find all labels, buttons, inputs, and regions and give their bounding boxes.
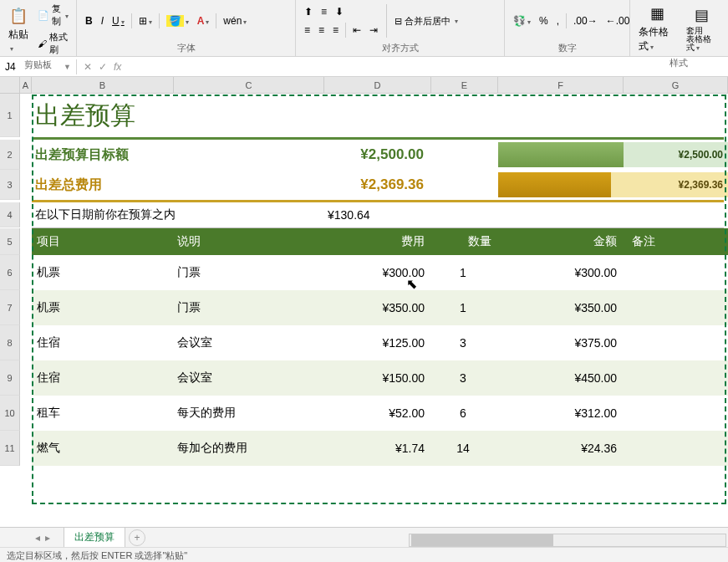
align-center-button[interactable]: ≡ — [315, 23, 328, 38]
sheet-tab-active[interactable]: 出差预算 — [64, 527, 125, 549]
horizontal-scrollbar[interactable] — [409, 534, 726, 547]
cell-amount[interactable]: ¥350.00 — [496, 301, 622, 314]
row-header[interactable]: 7 — [0, 290, 20, 325]
row-header[interactable]: 2 — [0, 140, 20, 170]
paste-button[interactable]: 📋 粘贴 — [5, 4, 32, 55]
total-bar-value: ¥2,369.36 — [611, 172, 728, 197]
row-header[interactable]: 3 — [0, 170, 20, 200]
italic-button[interactable]: I — [98, 13, 107, 28]
col-header[interactable]: D — [324, 77, 431, 93]
cell-desc[interactable]: 每天的费用 — [172, 406, 323, 421]
cell-amount[interactable]: ¥312.00 — [496, 406, 622, 420]
enter-icon[interactable]: ✓ — [99, 61, 107, 73]
indent-dec-button[interactable]: ⇤ — [349, 23, 364, 38]
cell-desc[interactable]: 会议室 — [172, 370, 323, 386]
cell-cost[interactable]: ¥125.00 — [323, 336, 430, 350]
tab-nav-prev[interactable]: ◂ — [35, 532, 40, 544]
col-header[interactable]: G — [624, 77, 728, 93]
align-middle-button[interactable]: ≡ — [318, 4, 330, 19]
cell-item[interactable]: 租车 — [32, 406, 172, 421]
align-left-button[interactable]: ≡ — [301, 23, 313, 38]
cell-amount[interactable]: ¥375.00 — [496, 336, 622, 350]
align-top-button[interactable]: ⬆ — [301, 4, 316, 19]
cell-cost[interactable]: ¥150.00 — [323, 371, 430, 385]
cell-qty[interactable]: 3 — [430, 336, 496, 350]
fx-icon[interactable]: fx — [114, 61, 121, 73]
font-color-button[interactable]: A — [194, 13, 213, 28]
cell-amount[interactable]: ¥300.00 — [496, 266, 622, 279]
cell-item[interactable]: 住宿 — [32, 370, 172, 386]
cell-qty[interactable]: 3 — [430, 371, 496, 385]
merge-center-button[interactable]: ⊟合并后居中 — [392, 14, 461, 28]
col-header[interactable]: E — [431, 77, 498, 93]
th-cost: 费用 — [323, 234, 430, 249]
cell-item[interactable]: 燃气 — [32, 441, 172, 456]
row-header[interactable]: 4 — [0, 202, 20, 227]
cell-qty[interactable]: 14 — [430, 442, 496, 455]
currency-button[interactable]: 💱 — [510, 13, 534, 28]
cell-qty[interactable]: 1 — [430, 266, 496, 279]
border-button[interactable]: ⊞ — [135, 13, 155, 28]
cond-format-label: 条件格式 — [639, 25, 676, 54]
row-header[interactable]: 5 — [0, 228, 20, 255]
col-header[interactable]: F — [498, 77, 624, 93]
row-header[interactable]: 9 — [0, 360, 20, 396]
cell-cost[interactable]: ¥300.00 — [323, 266, 430, 279]
name-box[interactable]: J4 ▼ — [0, 59, 77, 74]
col-header[interactable]: B — [32, 77, 174, 93]
cond-format-button[interactable]: ▦ 条件格式 — [635, 2, 680, 55]
underline-button[interactable]: U — [109, 13, 128, 28]
cell-desc[interactable]: 门票 — [172, 265, 323, 280]
total-label: 出差总费用 — [32, 177, 102, 192]
cell-qty[interactable]: 1 — [430, 301, 496, 314]
phonetic-button[interactable]: wén — [220, 13, 250, 28]
cond-format-icon: ▦ — [647, 3, 667, 23]
target-value: ¥2,500.00 — [324, 146, 431, 163]
cell-item[interactable]: 机票 — [32, 265, 172, 280]
copy-button[interactable]: 📄复制 — [35, 2, 71, 28]
cell-cost[interactable]: ¥52.00 — [323, 406, 430, 420]
cell-desc[interactable]: 每加仑的费用 — [172, 441, 323, 456]
table-row: 11燃气每加仑的费用¥1.7414¥24.36 — [0, 431, 728, 466]
worksheet[interactable]: 1 出差预算 2 出差预算目标额 ¥2,500.00 ¥2,500.00 3 出… — [0, 94, 728, 466]
row-header[interactable]: 11 — [0, 431, 20, 466]
align-bottom-button[interactable]: ⬇ — [332, 4, 347, 19]
formula-bar: J4 ▼ ✕ ✓ fx — [0, 57, 728, 77]
comma-button[interactable]: , — [553, 13, 563, 28]
tab-nav-next[interactable]: ▸ — [45, 532, 50, 544]
cell-amount[interactable]: ¥450.00 — [496, 371, 622, 385]
add-sheet-button[interactable]: + — [129, 529, 145, 546]
cancel-icon[interactable]: ✕ — [84, 61, 92, 73]
cell-desc[interactable]: 门票 — [172, 300, 323, 315]
dec-decimal-button[interactable]: ←.00 — [603, 13, 634, 28]
col-header[interactable]: A — [20, 77, 32, 93]
fill-color-button[interactable]: 🪣 — [163, 13, 192, 28]
target-label: 出差预算目标额 — [32, 147, 129, 161]
table-format-button[interactable]: ▤ 套用 表格格式 — [683, 3, 721, 54]
inc-decimal-button[interactable]: .00→ — [570, 13, 601, 28]
total-value: ¥2,369.36 — [324, 176, 431, 193]
cell-item[interactable]: 住宿 — [32, 335, 172, 350]
cell-qty[interactable]: 6 — [430, 406, 496, 420]
indent-inc-button[interactable]: ⇥ — [366, 23, 381, 38]
align-right-button[interactable]: ≡ — [329, 23, 342, 38]
bold-button[interactable]: B — [82, 13, 96, 28]
scrollbar-thumb[interactable] — [411, 534, 553, 546]
merge-icon: ⊟ — [395, 16, 402, 27]
cell-cost[interactable]: ¥1.74 — [323, 442, 430, 455]
formula-input[interactable] — [128, 65, 728, 69]
row-header[interactable]: 6 — [0, 255, 20, 290]
row-header[interactable]: 10 — [0, 396, 20, 431]
cell-desc[interactable]: 会议室 — [172, 335, 323, 350]
column-headers: A B C D E F G — [0, 77, 728, 94]
row-header[interactable]: 1 — [0, 94, 20, 137]
format-painter-button[interactable]: 🖌格式刷 — [35, 30, 71, 57]
percent-button[interactable]: % — [536, 13, 552, 28]
cell-item[interactable]: 机票 — [32, 300, 172, 315]
cell-cost[interactable]: ¥350.00 — [323, 301, 430, 314]
cell-amount[interactable]: ¥24.36 — [496, 442, 622, 455]
remain-label: 在以下日期前你在预算之内 — [35, 207, 176, 221]
row-header[interactable]: 8 — [0, 325, 20, 360]
select-all-corner[interactable] — [0, 77, 20, 93]
col-header[interactable]: C — [174, 77, 324, 93]
